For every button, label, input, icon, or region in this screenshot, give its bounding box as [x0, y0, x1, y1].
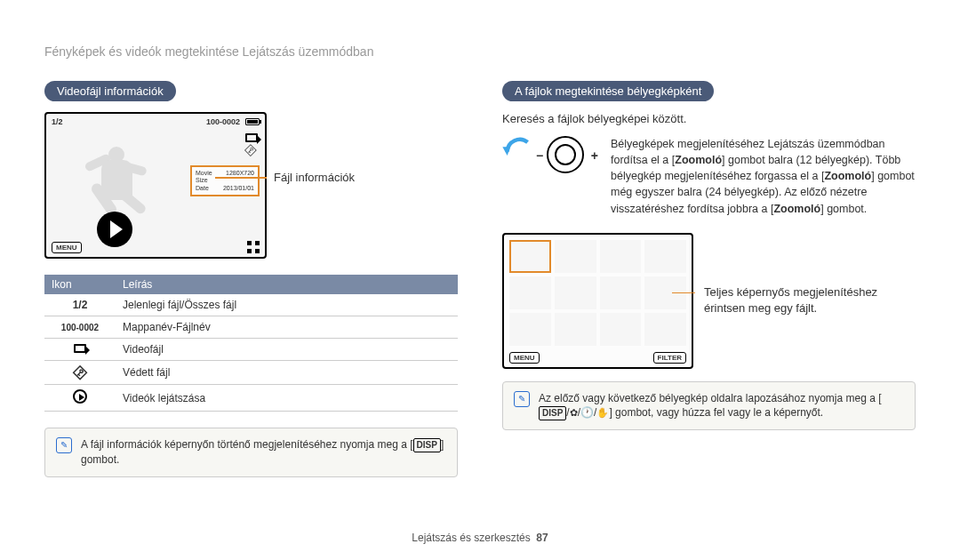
info-note-icon: ✎ [514, 391, 530, 407]
table-row: Videók lejátszása [44, 385, 458, 412]
table-header-icon: Ikon [44, 275, 116, 294]
info-value: 2013/01/01 [223, 185, 254, 192]
desc-cell: Védett fájl [116, 361, 458, 385]
camera-icon [245, 133, 258, 142]
table-row: Videofájl [44, 339, 458, 361]
breadcrumb: Fényképek és videók megtekintése Lejátsz… [44, 44, 916, 59]
menu-button: MENU [52, 242, 82, 253]
desc-cell: Mappanév-Fájlnév [116, 316, 458, 339]
disp-button-label: DISP [413, 438, 441, 452]
desc-cell: Jelenlegi fájl/Összes fájl [116, 294, 458, 316]
filter-button: FILTER [653, 352, 686, 364]
desc-cell: Videók lejátszása [116, 385, 458, 412]
thumbnail-screen-mockup: MENU FILTER [502, 233, 693, 369]
menu-button: MENU [509, 352, 540, 364]
callout-file-info: Fájl információk [274, 171, 355, 184]
desc-cell: Videofájl [116, 339, 458, 361]
info-note-icon: ✎ [56, 437, 72, 453]
disp-button-label: DISP [539, 406, 566, 420]
icon-cell: 100-0002 [61, 323, 99, 332]
note-box-left: ✎ A fájl információk képernyőn történő m… [44, 428, 458, 477]
icon-cell: 1/2 [73, 299, 88, 311]
footer-section: Lejátszás és szerkesztés [412, 532, 530, 544]
page-footer: Lejátszás és szerkesztés 87 [0, 532, 960, 544]
info-key: Date [196, 185, 209, 192]
icon-description-table: Ikon Leírás 1/2 Jelenlegi fájl/Összes fá… [44, 275, 458, 412]
subtitle: Keresés a fájlok bélyegképei között. [502, 112, 916, 125]
note-text: gombot. [81, 453, 119, 466]
note-text: A fájl információk képernyőn történő meg… [81, 438, 407, 451]
key-icon: ⚿ [243, 142, 260, 160]
file-info-overlay: Movie Size 1280X720 Date 2013/01/01 [190, 165, 260, 196]
hand-icon: ✋ [596, 407, 609, 418]
note-box-right: ✎ Az előző vagy következő bélyegkép olda… [502, 381, 916, 431]
file-counter: 1/2 [52, 117, 63, 126]
thumbnail-callout: Teljes képernyős megjelenítéshez érintse… [704, 284, 877, 316]
left-column: Videofájl információk 1/2 100-0002 ⚿ [44, 81, 458, 477]
note-text: Az előző vagy következő bélyegkép oldalr… [539, 392, 876, 404]
table-row: 100-0002 Mappanév-Fájlnév [44, 316, 458, 339]
rotate-arrow-icon [502, 136, 534, 163]
file-id: 100-0002 [206, 117, 240, 126]
key-icon: ⚿ [70, 363, 89, 381]
timer-icon: 🕐 [580, 406, 594, 419]
zoom-instructions: Bélyegképek megjelenítéséhez Lejátszás ü… [611, 136, 916, 217]
zoom-dial-icon: − + [547, 136, 598, 173]
thumbnail-grid-icon [247, 241, 260, 253]
camera-icon [74, 344, 86, 353]
play-icon [73, 389, 87, 404]
section-heading-left: Videofájl információk [44, 81, 176, 101]
video-screen-mockup: 1/2 100-0002 ⚿ [44, 112, 267, 259]
table-header-desc: Leírás [116, 275, 458, 294]
section-heading-right: A fájlok megtekintése bélyegképként [502, 81, 714, 101]
macro-icon: ✿ [570, 407, 578, 418]
table-row: 1/2 Jelenlegi fájl/Összes fájl [44, 294, 458, 316]
page-number: 87 [536, 532, 548, 544]
note-text: gombot, vagy húzza fel vagy le a képerny… [615, 406, 823, 419]
right-column: A fájlok megtekintése bélyegképként Kere… [502, 81, 916, 477]
battery-icon [245, 118, 260, 125]
table-row: ⚿ Védett fájl [44, 361, 458, 385]
video-thumbnail [60, 142, 175, 244]
thumbnail-cell-selected [509, 240, 551, 273]
